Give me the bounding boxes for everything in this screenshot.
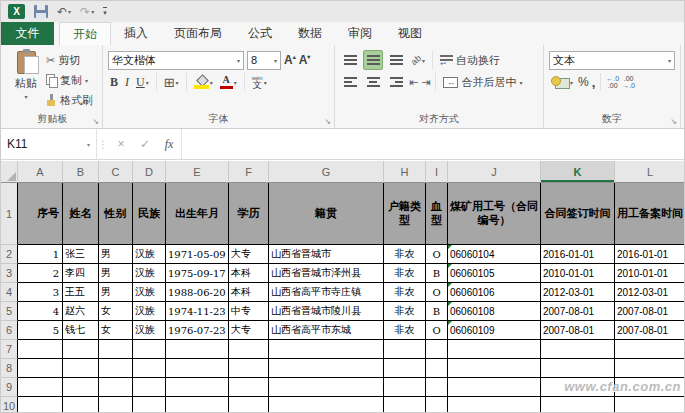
cell-E6[interactable]: 1976-07-23 xyxy=(166,321,229,340)
cell-A10[interactable] xyxy=(18,397,63,413)
tab-view[interactable]: 视图 xyxy=(385,22,435,45)
cell-D8[interactable] xyxy=(133,359,166,378)
cell-A5[interactable]: 4 xyxy=(18,302,63,321)
increase-decimal-button[interactable]: ←.0.00 xyxy=(606,75,619,89)
cell-B7[interactable] xyxy=(63,340,99,359)
cell-D7[interactable] xyxy=(133,340,166,359)
row-header-5[interactable]: 5 xyxy=(1,302,18,321)
row-header-9[interactable]: 9 xyxy=(1,378,18,397)
cell-A3[interactable]: 2 xyxy=(18,264,63,283)
font-size-combobox[interactable]: 8▾ xyxy=(247,51,281,70)
cell-C6[interactable]: 女 xyxy=(99,321,133,340)
cell-G1[interactable]: 籍贯 xyxy=(269,183,384,245)
cell-J5[interactable]: 06060108 xyxy=(448,302,541,321)
cell-B9[interactable] xyxy=(63,378,99,397)
column-header-K[interactable]: K xyxy=(541,161,615,183)
cell-E3[interactable]: 1975-09-17 xyxy=(166,264,229,283)
copy-button[interactable]: 复制▾ xyxy=(44,70,95,90)
bold-button[interactable]: B xyxy=(108,75,120,90)
cell-I9[interactable] xyxy=(426,378,448,397)
merge-center-button[interactable]: ↔合并后居中▾ xyxy=(441,72,524,92)
fill-color-dropdown-icon[interactable]: ▾ xyxy=(210,79,213,86)
paste-dropdown-icon[interactable]: ▾ xyxy=(24,93,27,100)
insert-function-icon[interactable]: fx xyxy=(157,129,181,159)
cell-D3[interactable]: 汉族 xyxy=(133,264,166,283)
cell-E10[interactable] xyxy=(166,397,229,413)
cell-I2[interactable]: O xyxy=(426,245,448,264)
cell-I1[interactable]: 血型 xyxy=(426,183,448,245)
cell-I5[interactable]: B xyxy=(426,302,448,321)
row-header-10[interactable]: 10 xyxy=(1,397,18,413)
cell-D5[interactable]: 汉族 xyxy=(133,302,166,321)
cell-K8[interactable] xyxy=(541,359,615,378)
cancel-entry-icon[interactable]: × xyxy=(109,129,133,159)
customize-quick-access-icon[interactable]: ▾ xyxy=(103,7,107,16)
cell-K4[interactable]: 2012-03-01 xyxy=(541,283,615,302)
cell-L5[interactable]: 2007-08-01 xyxy=(615,302,685,321)
cut-button[interactable]: ✂剪切 xyxy=(44,50,95,70)
column-header-L[interactable]: L xyxy=(615,161,685,183)
cell-G6[interactable]: 山西省高平市东城 xyxy=(269,321,384,340)
cell-J2[interactable]: 06060104 xyxy=(448,245,541,264)
cell-J9[interactable] xyxy=(448,378,541,397)
cell-C5[interactable]: 女 xyxy=(99,302,133,321)
name-box[interactable]: K11▾ xyxy=(1,129,97,159)
tab-home[interactable]: 开始 xyxy=(59,22,111,45)
cell-B1[interactable]: 姓名 xyxy=(63,183,99,245)
cell-K2[interactable]: 2016-01-01 xyxy=(541,245,615,264)
font-dialog-launcher-icon[interactable]: ↘ xyxy=(324,118,331,126)
cell-E9[interactable] xyxy=(166,378,229,397)
undo-button[interactable]: ↶▾ xyxy=(57,6,71,18)
cell-D1[interactable]: 民族 xyxy=(133,183,166,245)
cell-L6[interactable]: 2007-08-01 xyxy=(615,321,685,340)
cell-C7[interactable] xyxy=(99,340,133,359)
cell-H9[interactable] xyxy=(384,378,426,397)
row-header-1[interactable]: 1 xyxy=(1,183,18,245)
decrease-indent-icon[interactable]: ⇤ xyxy=(409,76,418,89)
cell-B8[interactable] xyxy=(63,359,99,378)
fill-color-button[interactable]: ▾ xyxy=(192,76,215,89)
cell-B4[interactable]: 王五 xyxy=(63,283,99,302)
middle-align-button[interactable] xyxy=(363,50,383,70)
save-icon[interactable] xyxy=(34,5,48,18)
number-format-combobox[interactable]: 文本▾ xyxy=(549,51,675,70)
font-color-button[interactable]: A▾ xyxy=(218,75,239,89)
cell-K1[interactable]: 合同签订时间 xyxy=(541,183,615,245)
cell-A1[interactable]: 序号 xyxy=(18,183,63,245)
decrease-decimal-button[interactable]: .00→.0 xyxy=(622,75,635,89)
cell-D4[interactable]: 汉族 xyxy=(133,283,166,302)
column-header-J[interactable]: J xyxy=(448,161,541,183)
cell-C8[interactable] xyxy=(99,359,133,378)
cell-J1[interactable]: 煤矿用工号（合同编号） xyxy=(448,183,541,245)
cell-C3[interactable]: 男 xyxy=(99,264,133,283)
cell-H2[interactable]: 非农 xyxy=(384,245,426,264)
cell-G2[interactable]: 山西省晋城市 xyxy=(269,245,384,264)
clipboard-dialog-launcher-icon[interactable]: ↘ xyxy=(92,118,99,126)
column-header-D[interactable]: D xyxy=(133,161,166,183)
italic-button[interactable]: I xyxy=(123,75,131,90)
select-all-corner[interactable] xyxy=(1,161,18,183)
font-name-combobox[interactable]: 华文楷体▾ xyxy=(108,51,244,70)
cell-L7[interactable] xyxy=(615,340,685,359)
align-center-button[interactable] xyxy=(363,72,383,92)
shrink-font-button[interactable]: A▾ xyxy=(299,54,311,66)
tab-file[interactable]: 文件 xyxy=(1,22,54,45)
cell-F5[interactable]: 中专 xyxy=(229,302,269,321)
row-header-7[interactable]: 7 xyxy=(1,340,18,359)
align-left-button[interactable] xyxy=(340,72,360,92)
cell-J3[interactable]: 06060105 xyxy=(448,264,541,283)
tab-data[interactable]: 数据 xyxy=(285,22,335,45)
cell-F10[interactable] xyxy=(229,397,269,413)
row-header-8[interactable]: 8 xyxy=(1,359,18,378)
cell-E2[interactable]: 1971-05-09 xyxy=(166,245,229,264)
cell-E1[interactable]: 出生年月 xyxy=(166,183,229,245)
cell-L4[interactable]: 2012-03-01 xyxy=(615,283,685,302)
cell-I4[interactable]: O xyxy=(426,283,448,302)
cell-L8[interactable] xyxy=(615,359,685,378)
bottom-align-button[interactable] xyxy=(386,50,406,70)
formula-input[interactable] xyxy=(181,129,684,159)
accounting-format-button[interactable]: ▾ xyxy=(549,76,575,89)
wrap-text-button[interactable]: ↩自动换行 xyxy=(438,50,502,70)
cell-B10[interactable] xyxy=(63,397,99,413)
cell-K6[interactable]: 2007-08-01 xyxy=(541,321,615,340)
